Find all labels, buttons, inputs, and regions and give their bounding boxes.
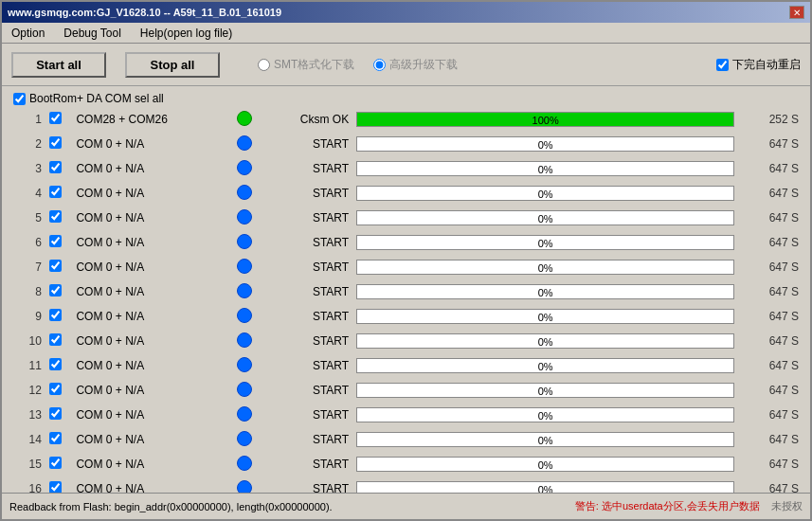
- auto-restart-checkbox[interactable]: [716, 59, 729, 71]
- header-row: BootRom+ DA COM sel all: [2, 86, 810, 107]
- row-status: START: [262, 452, 352, 476]
- led-indicator: [237, 357, 252, 372]
- row-led: [226, 279, 262, 304]
- row-time: 647 S: [738, 403, 803, 427]
- row-checkbox[interactable]: [49, 284, 62, 296]
- row-com-label: COM 0 + N/A: [72, 427, 226, 452]
- row-led: [226, 107, 262, 132]
- radio-senior-label[interactable]: 高级升级下载: [373, 57, 458, 73]
- radio-smt[interactable]: [258, 59, 270, 71]
- row-checkbox-cell[interactable]: [45, 255, 72, 279]
- row-status: START: [262, 230, 352, 255]
- table-row: 5 COM 0 + N/A START 0% 647 S: [9, 206, 803, 230]
- row-status: START: [262, 403, 352, 427]
- progress-bar-bg: 0%: [356, 457, 734, 472]
- row-time: 647 S: [738, 206, 803, 230]
- row-checkbox-cell[interactable]: [45, 107, 72, 132]
- progress-bar-bg: 0%: [356, 284, 734, 299]
- led-indicator: [237, 332, 252, 348]
- progress-bar-bg: 0%: [356, 186, 734, 201]
- auto-restart-text: 下完自动重启: [732, 57, 801, 73]
- row-checkbox[interactable]: [49, 309, 62, 321]
- menu-help[interactable]: Help(open log file): [135, 25, 238, 42]
- row-led: [226, 206, 262, 230]
- row-led: [226, 156, 262, 181]
- row-checkbox-cell[interactable]: [45, 132, 72, 156]
- menu-debug-tool[interactable]: Debug Tool: [58, 25, 127, 42]
- row-checkbox[interactable]: [49, 161, 62, 173]
- row-checkbox[interactable]: [49, 186, 62, 198]
- table-row: 12 COM 0 + N/A START 0% 647 S: [9, 378, 803, 403]
- progress-text: 0%: [357, 162, 733, 177]
- row-checkbox[interactable]: [49, 457, 62, 469]
- toolbar: Start all Stop all SMT格式化下载 高级升级下载 下完自动重…: [2, 44, 810, 86]
- progress-bar-bg: 0%: [356, 136, 734, 152]
- select-all-checkbox[interactable]: [13, 93, 26, 105]
- row-checkbox[interactable]: [49, 210, 62, 223]
- row-status: START: [262, 279, 352, 304]
- progress-text: 0%: [357, 482, 733, 493]
- row-status: START: [262, 181, 352, 206]
- auto-restart-label[interactable]: 下完自动重启: [716, 57, 801, 73]
- row-progress-cell: 0%: [352, 452, 738, 476]
- row-checkbox-cell[interactable]: [45, 181, 72, 206]
- table-row: 6 COM 0 + N/A START 0% 647 S: [9, 230, 803, 255]
- row-led: [226, 476, 262, 493]
- row-checkbox[interactable]: [49, 432, 62, 444]
- select-all-label[interactable]: BootRom+ DA COM sel all: [13, 92, 164, 105]
- row-checkbox-cell[interactable]: [45, 476, 72, 493]
- row-checkbox[interactable]: [49, 358, 62, 370]
- row-time: 647 S: [738, 132, 803, 156]
- progress-bar-bg: 0%: [356, 333, 734, 349]
- progress-text: 0%: [357, 433, 733, 448]
- row-progress-cell: 0%: [352, 132, 738, 156]
- row-checkbox[interactable]: [49, 112, 62, 124]
- row-com-label: COM 0 + N/A: [72, 304, 226, 329]
- row-checkbox[interactable]: [49, 136, 62, 149]
- led-indicator: [237, 135, 252, 151]
- led-indicator: [237, 209, 252, 225]
- row-progress-cell: 0%: [352, 156, 738, 181]
- device-table: 1 COM28 + COM26 Cksm OK 100% 252 S 2 COM…: [9, 107, 803, 493]
- table-row: 14 COM 0 + N/A START 0% 647 S: [9, 427, 803, 452]
- row-number: 15: [9, 452, 45, 476]
- start-all-button[interactable]: Start all: [11, 52, 106, 78]
- row-checkbox-cell[interactable]: [45, 452, 72, 476]
- row-checkbox-cell[interactable]: [45, 279, 72, 304]
- radio-smt-label[interactable]: SMT格式化下载: [258, 57, 354, 73]
- row-time: 647 S: [738, 329, 803, 353]
- radio-senior[interactable]: [373, 59, 386, 71]
- led-indicator: [237, 480, 252, 494]
- row-led: [226, 181, 262, 206]
- row-checkbox[interactable]: [49, 235, 62, 247]
- close-button[interactable]: ✕: [789, 6, 804, 19]
- led-indicator: [237, 406, 252, 422]
- row-checkbox-cell[interactable]: [45, 329, 72, 353]
- row-checkbox-cell[interactable]: [45, 304, 72, 329]
- led-indicator: [237, 283, 252, 298]
- row-checkbox-cell[interactable]: [45, 206, 72, 230]
- table-row: 16 COM 0 + N/A START 0% 647 S: [9, 476, 803, 493]
- menu-option[interactable]: Option: [6, 25, 50, 42]
- row-checkbox-cell[interactable]: [45, 378, 72, 403]
- row-checkbox-cell[interactable]: [45, 230, 72, 255]
- row-status: START: [262, 353, 352, 378]
- row-checkbox-cell[interactable]: [45, 353, 72, 378]
- led-indicator: [237, 111, 252, 126]
- row-led: [226, 353, 262, 378]
- row-checkbox[interactable]: [49, 383, 62, 395]
- led-indicator: [237, 382, 252, 397]
- row-checkbox[interactable]: [49, 407, 62, 420]
- radio-senior-text: 高级升级下载: [389, 57, 458, 73]
- stop-all-button[interactable]: Stop all: [125, 52, 220, 78]
- row-checkbox[interactable]: [49, 481, 62, 493]
- row-led: [226, 255, 262, 279]
- row-checkbox-cell[interactable]: [45, 403, 72, 427]
- led-indicator: [237, 308, 252, 323]
- row-checkbox[interactable]: [49, 333, 62, 346]
- progress-text: 0%: [357, 137, 733, 153]
- row-checkbox-cell[interactable]: [45, 156, 72, 181]
- row-checkbox[interactable]: [49, 260, 62, 272]
- row-com-label: COM 0 + N/A: [72, 156, 226, 181]
- row-checkbox-cell[interactable]: [45, 427, 72, 452]
